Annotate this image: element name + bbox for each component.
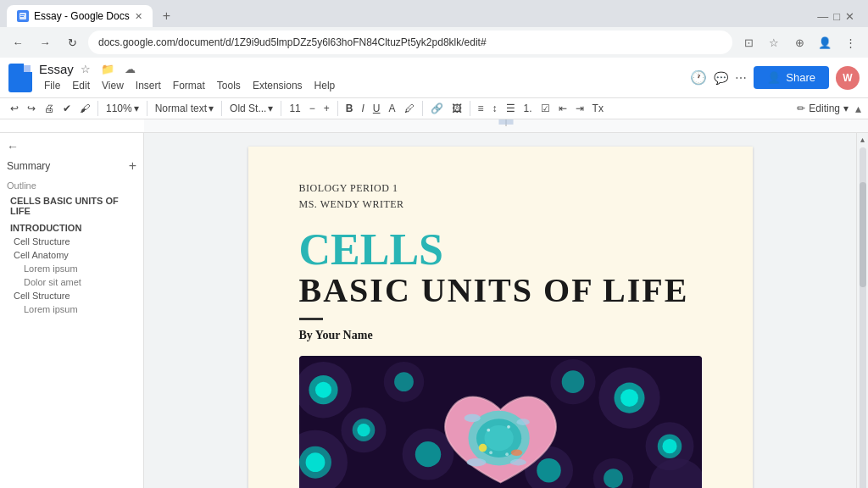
cast-icon[interactable]: ⊡ [737,31,760,53]
ruler [0,119,868,133]
sidebar-add-button[interactable]: + [129,158,136,174]
svg-rect-2 [20,16,24,17]
highlight-button[interactable]: 🖊 [401,101,418,116]
clear-format-button[interactable]: Tx [589,101,607,116]
pencil-icon: ✏ [797,103,805,114]
collapse-sidebar-btn[interactable]: ▴ [855,102,861,115]
font-select[interactable]: Old St... ▾ [226,101,276,116]
italic-button[interactable]: I [358,101,367,116]
user-avatar[interactable]: W [836,66,860,90]
zoom-select[interactable]: 110% ▾ [103,101,142,116]
move-icon[interactable]: 📁 [97,61,118,77]
menu-file[interactable]: File [39,77,65,94]
image-button[interactable]: 🖼 [448,101,465,116]
divider [299,318,323,320]
outline-item-2[interactable]: Cell Structure [7,235,136,248]
scroll-thumb[interactable] [860,182,866,287]
sidebar-back-button[interactable]: ← [7,140,19,153]
forward-button[interactable]: → [34,31,56,53]
back-button[interactable]: ← [7,31,29,53]
indent-decrease-button[interactable]: ⇤ [555,101,570,116]
indent-increase-button[interactable]: ⇥ [572,101,587,116]
more-options-icon[interactable]: ⋮ [839,31,861,53]
svg-point-23 [394,373,414,392]
outline-item-1[interactable]: INTRODUCTION [7,221,136,235]
star-icon[interactable]: ☆ [77,61,94,77]
reload-button[interactable]: ↻ [61,31,83,53]
comment-icon[interactable]: 💬 [714,71,728,85]
more-docs-icon[interactable]: ⋯ [735,71,747,85]
byline: By Your Name [299,329,702,342]
menu-help[interactable]: Help [309,77,341,94]
tab-close-btn[interactable]: ✕ [135,11,142,22]
checklist-button[interactable]: ☑ [537,101,554,116]
redo-button[interactable]: ↪ [24,101,39,116]
font-size-minus[interactable]: − [306,101,319,116]
address-bar[interactable] [88,30,732,54]
menu-format[interactable]: Format [168,77,210,94]
bold-button[interactable]: B [342,101,357,116]
outline-item-3[interactable]: Cell Anatomy [7,248,136,262]
tab-favicon [17,10,29,22]
cloud-icon[interactable]: ☁ [121,61,139,77]
menu-insert[interactable]: Insert [131,77,166,94]
toolbar-sep-4 [281,101,281,116]
history-icon[interactable]: 🕐 [690,69,707,86]
headings-section: CELLS BASIC UNITS OF LIFE [299,228,702,309]
menu-tools[interactable]: Tools [212,77,246,94]
scroll-up-btn[interactable]: ▴ [860,135,865,144]
svg-point-36 [516,419,529,426]
svg-point-26 [620,390,638,408]
svg-point-31 [537,458,561,483]
svg-point-41 [487,429,490,432]
sidebar-header: Summary + [7,158,136,174]
scrollbar[interactable]: ▴ ▾ [856,133,868,488]
extensions-icon[interactable]: ⊕ [788,31,810,53]
underline-button[interactable]: U [370,101,384,116]
toolbar-sep-7 [470,101,470,116]
style-select[interactable]: Normal text ▾ [152,101,217,116]
svg-point-43 [489,452,492,455]
active-tab[interactable]: Essay - Google Docs ✕ [7,5,153,27]
outline-item-4[interactable]: Lorem ipsum [7,262,136,275]
svg-point-35 [464,414,480,423]
menu-view[interactable]: View [97,77,129,94]
document-area[interactable]: BIOLOGY PERIOD 1 MS. WENDY WRITER CELLS … [144,133,856,488]
bookmark-icon[interactable]: ☆ [763,31,785,53]
svg-point-29 [604,469,623,488]
outline-item-7[interactable]: Lorem ipsum [7,302,136,316]
svg-rect-4 [498,119,513,125]
text-color-button[interactable]: A [386,101,399,116]
menu-extensions[interactable]: Extensions [248,77,308,94]
font-size-plus[interactable]: + [320,101,333,116]
outline-item-0[interactable]: CELLS BASIC UNITS OF LIFE [7,194,136,218]
numbered-list-button[interactable]: 1. [520,101,536,116]
align-button[interactable]: ≡ [475,101,487,116]
svg-point-40 [510,450,521,457]
line-spacing-button[interactable]: ↕ [489,101,501,116]
print-button[interactable]: 🖨 [41,101,58,116]
svg-point-28 [662,439,676,453]
paint-format-button[interactable]: 🖌 [76,101,93,116]
undo-button[interactable]: ↩ [7,101,22,116]
new-tab-button[interactable]: + [156,5,177,27]
main-area: ← Summary + Outline CELLS BASIC UNITS OF… [0,133,868,488]
svg-point-44 [505,453,509,457]
menu-edit[interactable]: Edit [67,77,95,94]
editing-mode-btn[interactable]: ✏ Editing ▾ [790,100,855,117]
docs-document-title[interactable]: Essay [39,62,74,76]
outline-item-5[interactable]: Dolor sit amet [7,275,136,289]
maximize-btn[interactable]: □ [833,10,840,23]
spellcheck-button[interactable]: ✔ [59,101,75,116]
link-button[interactable]: 🔗 [427,101,447,116]
docs-toolbar: ↩ ↪ 🖨 ✔ 🖌 110% ▾ Normal text ▾ Old St...… [0,98,868,119]
outline-item-6[interactable]: Cell Structure [7,289,136,302]
profile-icon[interactable]: 👤 [814,31,836,53]
share-button[interactable]: 👤 Share [754,66,829,89]
minimize-btn[interactable]: — [817,10,828,23]
toolbar-sep-2 [147,101,147,116]
close-btn[interactable]: ✕ [845,10,854,23]
list-button[interactable]: ☰ [503,101,519,116]
font-size-select[interactable]: 11 [286,101,303,116]
teacher-label: MS. WENDY WRITER [299,197,702,213]
